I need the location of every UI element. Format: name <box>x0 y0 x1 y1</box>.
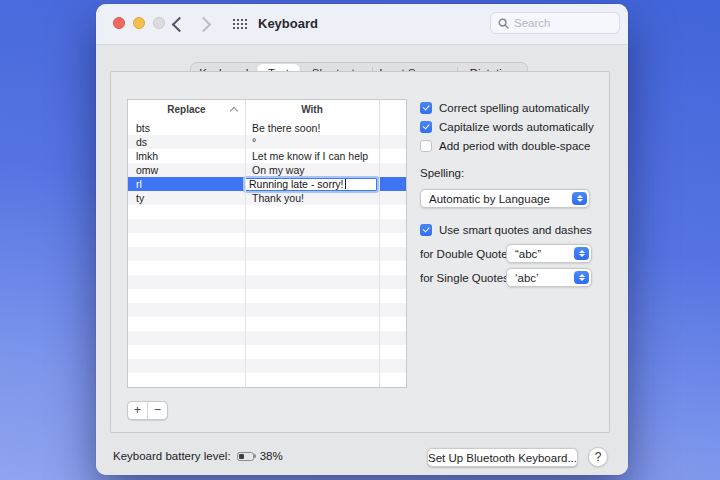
replace-cell: bts <box>128 121 245 135</box>
single-quotes-dropdown[interactable]: ‘abc’ <box>506 268 592 287</box>
replacements-table: Replace With bts Be there soon! ds ° <box>127 99 407 388</box>
column-header-with[interactable]: With <box>245 104 379 115</box>
keyboard-preferences-window: Keyboard Search Keyboard Text Shortcuts … <box>96 4 628 475</box>
double-quotes-label: for Double Quotes <box>420 248 513 260</box>
stepper-icon <box>574 271 589 284</box>
help-button[interactable]: ? <box>588 447 608 467</box>
checkbox-smart-quotes[interactable]: Use smart quotes and dashes <box>420 223 592 237</box>
checkbox-icon[interactable] <box>420 224 432 236</box>
dropdown-value: ‘abc’ <box>507 272 539 284</box>
dropdown-value: “abc” <box>507 248 541 260</box>
spelling-dropdown[interactable]: Automatic by Language <box>420 189 590 208</box>
add-remove-group: + − <box>127 401 168 420</box>
search-icon <box>498 18 509 29</box>
stepper-icon <box>572 192 587 205</box>
double-quotes-dropdown[interactable]: “abc” <box>506 244 592 263</box>
stepper-icon <box>574 247 589 260</box>
table-row-omw[interactable]: omw On my way <box>128 163 406 177</box>
zoom-button[interactable] <box>153 17 165 29</box>
replace-cell: omw <box>128 163 245 177</box>
search-placeholder: Search <box>514 17 550 29</box>
replace-cell: ty <box>128 191 245 205</box>
desktop-background: Keyboard Search Keyboard Text Shortcuts … <box>0 0 720 480</box>
with-cell: ° <box>245 135 379 149</box>
checkbox-icon[interactable] <box>420 121 432 133</box>
with-cell: Let me know if I can help <box>245 149 379 163</box>
battery-percent: 38% <box>260 450 283 462</box>
table-row-bts[interactable]: bts Be there soon! <box>128 121 406 135</box>
with-cell: Running late - sorry! <box>245 177 379 191</box>
minimize-button[interactable] <box>133 17 145 29</box>
replace-cell: lmkh <box>128 149 245 163</box>
column-divider <box>245 100 246 387</box>
forward-chevron-icon[interactable] <box>196 17 212 33</box>
text-settings-panel: Replace With bts Be there soon! ds ° <box>110 71 610 433</box>
checkbox-label: Correct spelling automatically <box>439 102 589 114</box>
add-button[interactable]: + <box>128 402 147 419</box>
close-button[interactable] <box>113 17 125 29</box>
checkbox-capitalize-words[interactable]: Capitalize words automatically <box>420 120 594 134</box>
table-row-lmkh[interactable]: lmkh Let me know if I can help <box>128 149 406 163</box>
checkbox-label: Use smart quotes and dashes <box>439 224 592 236</box>
back-chevron-icon[interactable] <box>172 17 188 33</box>
battery-fill <box>239 454 245 459</box>
setup-bluetooth-keyboard-button[interactable]: Set Up Bluetooth Keyboard... <box>427 448 578 467</box>
text-caret <box>345 179 346 189</box>
battery-label: Keyboard battery level: <box>113 450 231 462</box>
battery-status: Keyboard battery level: 38% <box>113 448 283 464</box>
remove-button[interactable]: − <box>148 402 167 419</box>
with-cell: Be there soon! <box>245 121 379 135</box>
app-grid-icon[interactable] <box>232 18 248 30</box>
edit-field-text: Running late - sorry! <box>249 179 344 190</box>
column-header-replace[interactable]: Replace <box>128 104 245 115</box>
with-cell: Thank you! <box>245 191 379 205</box>
table-body: bts Be there soon! ds ° lmkh Let me know… <box>128 121 406 387</box>
with-cell: On my way <box>245 163 379 177</box>
replace-cell: rl <box>128 177 245 191</box>
window-title: Keyboard <box>258 16 318 31</box>
spelling-label: Spelling: <box>420 167 464 179</box>
checkbox-icon[interactable] <box>420 140 432 152</box>
table-row-ty[interactable]: ty Thank you! <box>128 191 406 205</box>
checkbox-add-period[interactable]: Add period with double-space <box>420 139 591 153</box>
checkbox-label: Add period with double-space <box>439 140 591 152</box>
dropdown-value: Automatic by Language <box>421 193 550 205</box>
column-divider <box>379 100 380 387</box>
search-field[interactable]: Search <box>490 12 620 34</box>
table-header: Replace With <box>128 100 406 122</box>
checkbox-correct-spelling[interactable]: Correct spelling automatically <box>420 101 589 115</box>
with-edit-field[interactable]: Running late - sorry! <box>245 178 377 191</box>
table-row-ds[interactable]: ds ° <box>128 135 406 149</box>
single-quotes-label: for Single Quotes <box>420 272 509 284</box>
replace-cell: ds <box>128 135 245 149</box>
titlebar: Keyboard Search <box>96 4 628 45</box>
battery-icon <box>237 452 254 461</box>
window-content: Keyboard Text Shortcuts Input Sources Di… <box>96 45 628 475</box>
checkbox-icon[interactable] <box>420 102 432 114</box>
checkbox-label: Capitalize words automatically <box>439 121 594 133</box>
table-row-rl[interactable]: rl Running late - sorry! <box>128 177 406 191</box>
